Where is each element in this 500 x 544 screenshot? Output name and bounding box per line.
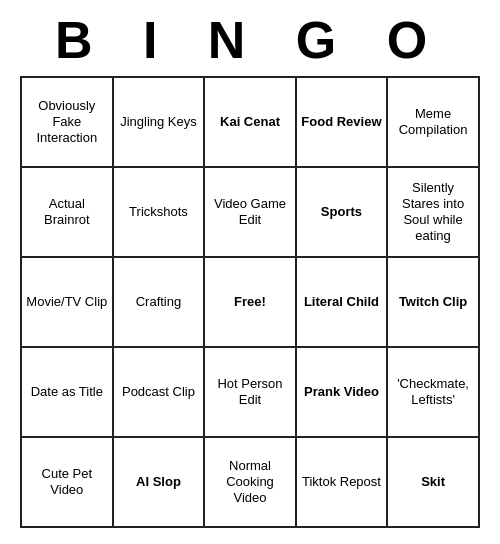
cell-r1-c3: Sports	[296, 167, 387, 257]
cell-r4-c0: Cute Pet Video	[21, 437, 113, 527]
cell-r3-c2: Hot Person Edit	[204, 347, 295, 437]
cell-r0-c2: Kai Cenat	[204, 77, 295, 167]
cell-r0-c1: Jingling Keys	[113, 77, 205, 167]
cell-r3-c1: Podcast Clip	[113, 347, 205, 437]
cell-r0-c0: Obviously Fake Interaction	[21, 77, 113, 167]
cell-r1-c1: Trickshots	[113, 167, 205, 257]
cell-r0-c3: Food Review	[296, 77, 387, 167]
cell-r4-c3: Tiktok Repost	[296, 437, 387, 527]
cell-r1-c4: Silently Stares into Soul while eating	[387, 167, 479, 257]
cell-r4-c4: Skit	[387, 437, 479, 527]
cell-r2-c1: Crafting	[113, 257, 205, 347]
bingo-grid: Obviously Fake InteractionJingling KeysK…	[20, 76, 480, 528]
cell-r1-c0: Actual Brainrot	[21, 167, 113, 257]
cell-r3-c0: Date as Title	[21, 347, 113, 437]
bingo-title: B I N G O	[20, 0, 480, 76]
cell-r4-c1: AI Slop	[113, 437, 205, 527]
cell-r2-c2: Free!	[204, 257, 295, 347]
cell-r2-c0: Movie/TV Clip	[21, 257, 113, 347]
cell-r4-c2: Normal Cooking Video	[204, 437, 295, 527]
cell-r0-c4: Meme Compilation	[387, 77, 479, 167]
cell-r2-c3: Literal Child	[296, 257, 387, 347]
cell-r3-c3: Prank Video	[296, 347, 387, 437]
cell-r1-c2: Video Game Edit	[204, 167, 295, 257]
cell-r3-c4: 'Checkmate, Leftists'	[387, 347, 479, 437]
cell-r2-c4: Twitch Clip	[387, 257, 479, 347]
